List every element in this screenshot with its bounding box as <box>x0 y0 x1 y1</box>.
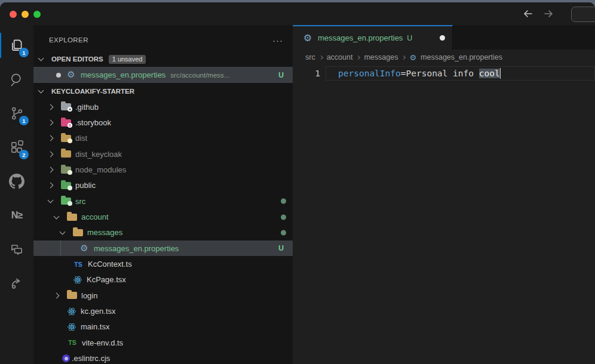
tree-row-vite-env[interactable]: TS vite-env.d.ts <box>33 335 293 350</box>
explorer-sidebar: EXPLORER ··· OPEN EDITORS 1 unsaved ⚙ me… <box>33 25 293 364</box>
search-activity-button[interactable] <box>0 64 33 95</box>
tree-row-storybook[interactable]: $ .storybook <box>33 115 293 130</box>
unsaved-count-badge: 1 unsaved <box>109 55 146 64</box>
folder-open-icon <box>67 214 77 221</box>
folder-open-icon <box>73 229 83 236</box>
more-actions-icon[interactable]: ··· <box>272 35 283 45</box>
code-line-1[interactable]: 1 personalInfo=Personal info cool <box>293 66 595 81</box>
breadcrumb-account[interactable]: account <box>327 53 353 61</box>
typescript-def-icon: TS <box>67 339 78 346</box>
chevron-down-icon <box>38 55 44 61</box>
live-share-icon <box>8 275 25 292</box>
open-editor-path: src/account/mess... <box>170 72 229 79</box>
folder-icon <box>67 292 77 299</box>
typescript-icon: TS <box>73 261 84 268</box>
react-icon <box>67 322 76 332</box>
minimize-button[interactable] <box>22 11 29 18</box>
nx-console-activity-button[interactable]: N≥ <box>0 200 33 231</box>
modified-dot-icon <box>56 73 61 78</box>
chevron-right-icon <box>48 183 54 189</box>
node-folder-icon <box>61 166 71 174</box>
tree-row-account[interactable]: account <box>33 209 293 224</box>
git-modified-dot <box>281 214 286 220</box>
chevron-right-icon <box>48 135 54 141</box>
chevron-right-icon <box>319 55 323 60</box>
tree-row-src[interactable]: src <box>33 193 293 209</box>
extensions-badge: 2 <box>19 150 29 159</box>
tree-row-login[interactable]: login <box>33 288 293 303</box>
chevron-down-icon <box>60 229 66 235</box>
dirty-dot-icon[interactable] <box>440 35 445 41</box>
chevron-right-icon <box>54 292 60 298</box>
public-folder-icon <box>61 182 71 189</box>
forward-arrow-icon[interactable] <box>541 7 556 21</box>
tree-row-github[interactable]: ● .github <box>33 99 293 115</box>
tree-row-kcpage[interactable]: KcPage.tsx <box>33 272 293 288</box>
chevron-down-icon <box>54 213 60 219</box>
tab-git-status: U <box>407 34 412 42</box>
line-number: 1 <box>293 69 320 78</box>
git-status-letter: U <box>278 71 284 79</box>
chevron-right-icon <box>48 151 54 157</box>
source-control-activity-button[interactable]: 1 <box>0 98 33 129</box>
tree-row-main[interactable]: main.tsx <box>33 319 293 335</box>
tree-row-kccontext[interactable]: TS KcContext.ts <box>33 256 293 272</box>
open-editors-section-header[interactable]: OPEN EDITORS 1 unsaved <box>33 51 293 67</box>
tree-row-dist[interactable]: dist <box>33 131 293 146</box>
selected-text: cool <box>479 69 500 78</box>
activity-bar: 1 1 2 N≥ <box>0 25 33 364</box>
tree-row-messages-en-properties[interactable]: ⚙ messages_en.properties U <box>33 240 293 256</box>
tree-row-eslintrc[interactable]: .eslintrc.cjs <box>33 351 293 364</box>
extensions-activity-button[interactable]: 2 <box>0 132 33 163</box>
tree-row-kcgen[interactable]: kc.gen.tsx <box>33 303 293 319</box>
git-status-letter: U <box>278 244 284 252</box>
chevron-down-icon <box>48 198 54 203</box>
chat-activity-button[interactable] <box>0 234 33 265</box>
github-icon <box>9 174 24 189</box>
title-bar <box>0 2 595 25</box>
explorer-badge: 1 <box>19 48 29 57</box>
open-editor-item[interactable]: ⚙ messages_en.properties src/account/mes… <box>33 67 293 83</box>
github-activity-button[interactable] <box>0 166 33 197</box>
breadcrumb-file[interactable]: messages_en.properties <box>421 53 502 61</box>
react-icon <box>73 275 82 285</box>
open-editor-filename: messages_en.properties <box>81 70 165 79</box>
nx-icon: N≥ <box>11 210 22 221</box>
project-name-label: KEYCLOAKIFY-STARTER <box>51 88 134 95</box>
chevron-right-icon <box>48 120 54 126</box>
live-share-activity-button[interactable] <box>0 268 33 299</box>
breadcrumb-messages[interactable]: messages <box>364 53 398 61</box>
gear-file-icon: ⚙ <box>66 70 76 79</box>
vscode-window: 1 1 2 N≥ <box>0 2 595 364</box>
storybook-folder-icon: $ <box>61 119 71 127</box>
sidebar-header: EXPLORER ··· <box>33 25 293 51</box>
git-modified-dot <box>281 230 286 235</box>
close-button[interactable] <box>10 11 17 18</box>
back-arrow-icon[interactable] <box>521 7 535 21</box>
react-icon <box>67 307 76 316</box>
eslint-icon <box>62 354 70 362</box>
command-center-searchbox[interactable] <box>571 7 595 22</box>
editor-group: ⚙ messages_en.properties U src account m… <box>293 25 595 364</box>
explorer-activity-button[interactable]: 1 <box>0 30 33 61</box>
github-folder-icon: ● <box>61 103 71 110</box>
tab-messages-en-properties[interactable]: ⚙ messages_en.properties U <box>293 25 453 50</box>
folder-icon <box>61 150 71 158</box>
zoom-button[interactable] <box>33 11 41 18</box>
tree-row-dist-keycloak[interactable]: dist_keycloak <box>33 146 293 162</box>
search-icon <box>8 71 25 88</box>
text-cursor <box>500 68 501 79</box>
code-text: personalInfo=Personal info cool <box>338 68 501 79</box>
chevron-down-icon <box>38 88 44 94</box>
project-section-header[interactable]: KEYCLOAKIFY-STARTER <box>33 84 293 99</box>
open-editors-label: OPEN EDITORS <box>51 55 103 63</box>
indent-guide <box>60 240 61 256</box>
breadcrumb-src[interactable]: src <box>305 53 315 61</box>
code-area[interactable]: 1 personalInfo=Personal info cool <box>293 66 595 81</box>
tree-row-messages[interactable]: messages <box>33 225 293 240</box>
tree-row-public[interactable]: public <box>33 178 293 193</box>
tab-bar: ⚙ messages_en.properties U <box>293 25 595 50</box>
tree-row-node-modules[interactable]: node_modules <box>33 162 293 177</box>
file-tree: ● .github $ .storybook dist dist_keycloa… <box>33 99 293 364</box>
git-modified-dot <box>281 199 286 204</box>
